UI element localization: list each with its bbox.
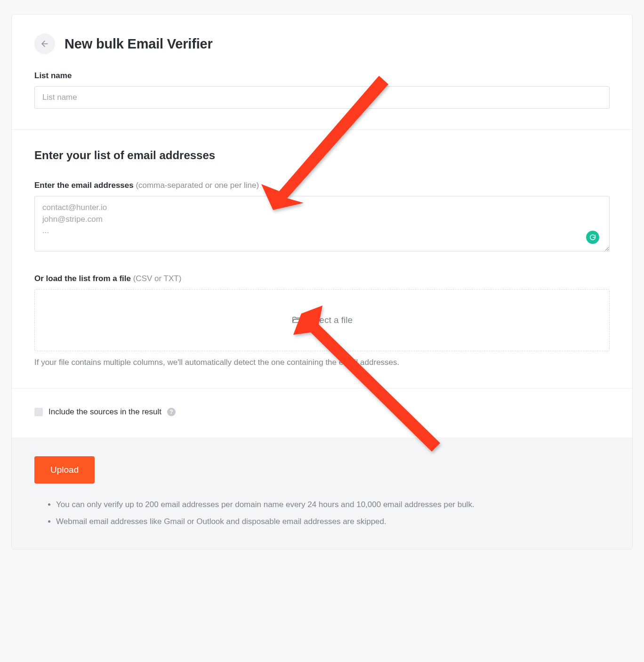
textarea-wrap (34, 196, 610, 253)
include-sources-label: Include the sources in the result (48, 407, 161, 417)
footer-notes: You can only verify up to 200 email addr… (34, 499, 610, 528)
section-heading: Enter your list of email addresses (34, 149, 610, 162)
upload-button[interactable]: Upload (34, 456, 95, 484)
email-textarea-hint: (comma-separated or one per line) (134, 181, 259, 190)
file-dropzone[interactable]: Select a file (34, 289, 610, 351)
folder-open-icon (291, 315, 302, 325)
include-sources-checkbox[interactable] (34, 408, 43, 416)
email-textarea-label-text: Enter the email addresses (34, 181, 134, 190)
section-emails: Enter your list of email addresses Enter… (12, 129, 632, 388)
back-button[interactable] (34, 33, 55, 54)
page-title: New bulk Email Verifier (64, 36, 213, 52)
header-row: New bulk Email Verifier (34, 33, 610, 54)
footer-note: You can only verify up to 200 email addr… (56, 499, 610, 511)
include-sources-row: Include the sources in the result ? (34, 407, 610, 417)
file-help-text: If your file contains multiple columns, … (34, 358, 610, 367)
section-options: Include the sources in the result ? (12, 388, 632, 437)
file-label-hint: (CSV or TXT) (131, 274, 181, 283)
select-file-text: Select a file (306, 315, 353, 325)
email-textarea-label: Enter the email addresses (comma-separat… (34, 181, 610, 190)
file-label-text: Or load the list from a file (34, 274, 131, 283)
section-header: New bulk Email Verifier List name (12, 15, 632, 129)
list-name-input[interactable] (34, 86, 610, 109)
list-name-label: List name (34, 71, 610, 81)
section-footer: Upload You can only verify up to 200 ema… (12, 437, 632, 549)
file-label: Or load the list from a file (CSV or TXT… (34, 274, 610, 283)
email-textarea[interactable] (34, 196, 610, 251)
help-icon[interactable]: ? (167, 408, 176, 416)
main-card: New bulk Email Verifier List name Enter … (11, 14, 633, 549)
footer-note: Webmail email addresses like Gmail or Ou… (56, 516, 610, 528)
arrow-left-icon (40, 39, 49, 48)
